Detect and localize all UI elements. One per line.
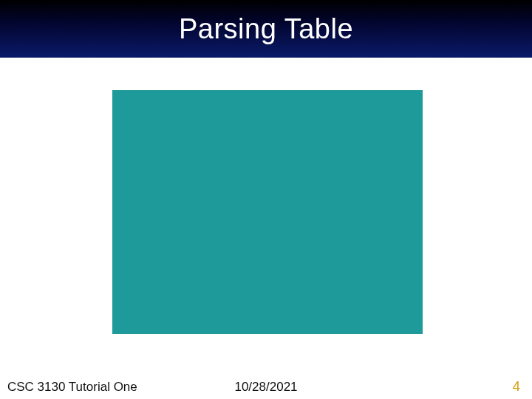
footer-left-text: CSC 3130 Tutorial One <box>7 380 137 395</box>
page-number: 4 <box>512 378 520 395</box>
title-band: Parsing Table <box>0 0 532 58</box>
content-placeholder <box>112 90 423 334</box>
slide-title: Parsing Table <box>179 13 353 45</box>
footer-date: 10/28/2021 <box>234 380 297 395</box>
slide-footer: CSC 3130 Tutorial One 10/28/2021 4 <box>0 374 532 399</box>
